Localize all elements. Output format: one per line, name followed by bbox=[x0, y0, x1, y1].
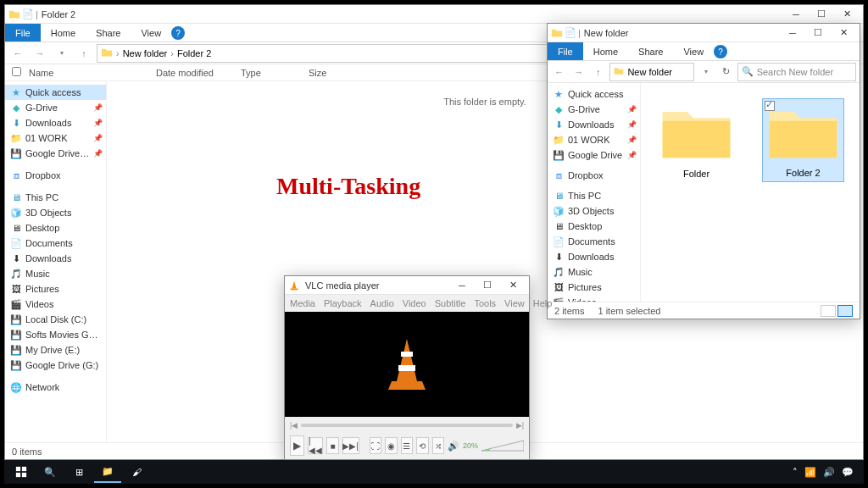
folder-item[interactable]: Folder 2 bbox=[762, 98, 844, 182]
sidebar-item[interactable]: 🖼Pictures bbox=[548, 280, 640, 295]
back-button[interactable]: ← bbox=[551, 63, 567, 81]
sidebar-this-pc[interactable]: 🖥This PC bbox=[5, 190, 106, 205]
refresh-button[interactable]: ↻ bbox=[718, 63, 734, 81]
breadcrumb-item[interactable]: New folder bbox=[123, 48, 168, 58]
minimize-button[interactable]: ─ bbox=[449, 277, 475, 294]
select-all-checkbox[interactable] bbox=[12, 67, 21, 76]
vlc-menu-item[interactable]: Tools bbox=[474, 298, 496, 308]
view-details-button[interactable] bbox=[821, 305, 836, 317]
col-type[interactable]: Type bbox=[236, 68, 303, 78]
random-button[interactable]: ⤭ bbox=[432, 437, 444, 454]
ribbon-view-tab[interactable]: View bbox=[131, 24, 171, 42]
seek-bar[interactable] bbox=[301, 424, 512, 427]
sidebar-item[interactable]: 🖥Desktop bbox=[5, 220, 106, 236]
taskbar-app-paint[interactable]: 🖌 bbox=[123, 461, 150, 483]
folder-view[interactable]: FolderFolder 2 bbox=[641, 83, 860, 302]
sidebar-dropbox[interactable]: ⧈Dropbox bbox=[548, 168, 640, 183]
checkbox-icon[interactable] bbox=[765, 101, 775, 111]
playlist-button[interactable]: ☰ bbox=[401, 437, 413, 454]
breadcrumb-item[interactable]: New folder bbox=[627, 67, 672, 77]
maximize-button[interactable]: ☐ bbox=[805, 25, 831, 42]
vlc-menu-item[interactable]: Audio bbox=[370, 298, 394, 308]
vlc-menu-item[interactable]: View bbox=[504, 298, 525, 308]
close-button[interactable]: ✕ bbox=[831, 25, 856, 42]
search-input[interactable]: 🔍 Search New folder bbox=[737, 63, 856, 81]
addr-dropdown[interactable]: ▾ bbox=[698, 63, 714, 81]
sidebar-item[interactable]: 🧊3D Objects bbox=[5, 205, 106, 220]
forward-button[interactable]: → bbox=[31, 44, 49, 63]
tray-volume-icon[interactable]: 🔊 bbox=[823, 467, 835, 478]
help-button[interactable]: ? bbox=[714, 45, 727, 58]
sidebar-item[interactable]: 🎬Videos bbox=[548, 295, 640, 302]
titlebar[interactable]: 📄 | Folder 2 ─ ☐ ✕ bbox=[5, 5, 863, 24]
sidebar-item[interactable]: 💾Local Disk (C:) bbox=[5, 312, 106, 327]
sidebar-network[interactable]: 🌐Network bbox=[5, 380, 106, 395]
minimize-button[interactable]: ─ bbox=[780, 25, 805, 42]
ribbon-share-tab[interactable]: Share bbox=[86, 24, 131, 42]
seek-end-icon[interactable]: ▶| bbox=[516, 421, 524, 430]
sidebar-item[interactable]: 🎵Music bbox=[548, 264, 640, 280]
ribbon-file-tab[interactable]: File bbox=[5, 24, 41, 42]
address-bar[interactable]: New folder bbox=[609, 63, 694, 81]
ribbon-view-tab[interactable]: View bbox=[673, 42, 714, 60]
sidebar-quick-access[interactable]: ★Quick access bbox=[5, 85, 106, 100]
sidebar-dropbox[interactable]: ⧈Dropbox bbox=[5, 168, 106, 183]
sidebar-item-downloads[interactable]: ⬇Downloads📌 bbox=[548, 117, 640, 132]
back-button[interactable]: ← bbox=[8, 44, 27, 63]
sidebar-item[interactable]: 🖼Pictures bbox=[5, 281, 106, 297]
loop-button[interactable]: ⟲ bbox=[416, 437, 428, 454]
vlc-menu-item[interactable]: Playback bbox=[324, 298, 362, 308]
task-view-button[interactable]: ⊞ bbox=[65, 461, 92, 483]
search-button[interactable]: 🔍 bbox=[36, 461, 64, 483]
next-button[interactable]: ▶▶| bbox=[342, 437, 359, 454]
sidebar-item-01work[interactable]: 📁01 WORK📌 bbox=[548, 132, 640, 147]
vlc-menu-item[interactable]: Video bbox=[403, 298, 426, 308]
maximize-button[interactable]: ☐ bbox=[809, 6, 834, 23]
sidebar-item[interactable]: 💾My Drive (E:) bbox=[5, 342, 106, 358]
col-size[interactable]: Size bbox=[303, 68, 354, 78]
minimize-button[interactable]: ─ bbox=[783, 6, 809, 23]
ribbon-home-tab[interactable]: Home bbox=[41, 24, 86, 42]
tray-network-icon[interactable]: 📶 bbox=[804, 467, 816, 478]
sidebar-item[interactable]: 💾Google Drive (G:) bbox=[5, 358, 106, 373]
sidebar-item[interactable]: 💾Softs Movies Games bbox=[5, 327, 106, 342]
sidebar-item-googledrive[interactable]: 💾Google Drive (G:)📌 bbox=[5, 146, 106, 161]
up-button[interactable]: ↑ bbox=[75, 44, 93, 63]
seek-start-icon[interactable]: |◀ bbox=[290, 421, 298, 430]
sidebar-item-01work[interactable]: 📁01 WORK📌 bbox=[5, 130, 106, 146]
titlebar[interactable]: 📄 | New folder ─ ☐ ✕ bbox=[548, 24, 860, 42]
qat-save-icon[interactable]: 📄 bbox=[22, 8, 34, 20]
stop-button[interactable]: ■ bbox=[326, 437, 338, 454]
sidebar-item[interactable]: ⬇Downloads bbox=[548, 249, 640, 264]
chevron-right-icon[interactable]: › bbox=[170, 48, 174, 58]
folder-item[interactable]: Folder bbox=[656, 98, 737, 182]
play-button[interactable]: ▶ bbox=[290, 435, 304, 456]
sidebar-this-pc[interactable]: 🖥This PC bbox=[548, 188, 640, 203]
close-button[interactable]: ✕ bbox=[500, 277, 526, 294]
sidebar-item[interactable]: 📄Documents bbox=[5, 236, 106, 251]
vlc-menu-item[interactable]: Help bbox=[533, 298, 553, 308]
volume-slider[interactable] bbox=[481, 439, 524, 452]
vlc-menu-item[interactable]: Media bbox=[290, 298, 315, 308]
ribbon-file-tab[interactable]: File bbox=[548, 42, 583, 60]
sidebar-item[interactable]: 🎵Music bbox=[5, 266, 106, 281]
vlc-menu-item[interactable]: Subtitle bbox=[435, 298, 466, 308]
sidebar-item[interactable]: ⬇Downloads bbox=[5, 251, 106, 266]
ext-settings-button[interactable]: ◉ bbox=[385, 437, 397, 454]
col-date[interactable]: Date modified bbox=[151, 68, 236, 78]
ribbon-home-tab[interactable]: Home bbox=[583, 42, 628, 60]
col-name[interactable]: Name bbox=[24, 68, 151, 78]
sidebar-item[interactable]: 📄Documents bbox=[548, 234, 640, 249]
sidebar-item-gdrive[interactable]: ◆G-Drive📌 bbox=[548, 102, 640, 117]
ribbon-share-tab[interactable]: Share bbox=[628, 42, 673, 60]
sidebar-quick-access[interactable]: ★Quick access bbox=[548, 86, 640, 102]
fullscreen-button[interactable]: ⛶ bbox=[370, 437, 381, 454]
notifications-button[interactable]: 💬 bbox=[842, 467, 854, 478]
vlc-video-area[interactable] bbox=[285, 312, 529, 417]
mute-button[interactable]: 🔊 bbox=[448, 441, 459, 452]
sidebar-item-gdrive[interactable]: ◆G-Drive📌 bbox=[5, 100, 106, 115]
prev-button[interactable]: |◀◀ bbox=[308, 437, 323, 454]
help-button[interactable]: ? bbox=[171, 26, 185, 40]
titlebar[interactable]: VLC media player ─ ☐ ✕ bbox=[285, 276, 529, 295]
sidebar-item-googledrive[interactable]: 💾Google Drive📌 bbox=[548, 147, 640, 163]
